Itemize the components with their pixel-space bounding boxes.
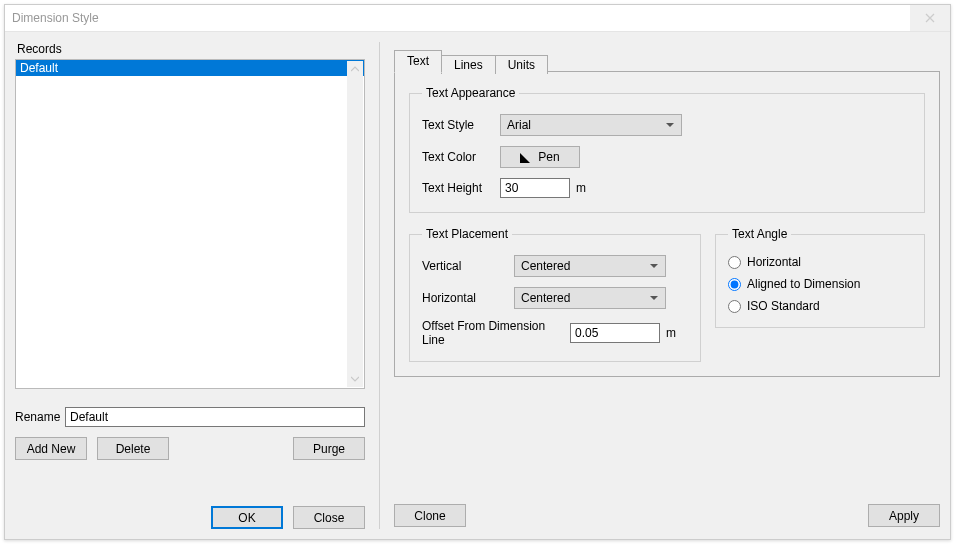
- tab-panel-text: Text Appearance Text Style Arial Text Co…: [394, 72, 940, 377]
- offset-unit: m: [666, 326, 676, 340]
- text-height-unit: m: [576, 181, 586, 195]
- vertical-select[interactable]: Centered: [514, 255, 666, 277]
- close-icon: [925, 13, 935, 23]
- dialog-actions-right: Clone Apply: [394, 492, 940, 529]
- angle-radio-iso[interactable]: [728, 300, 741, 313]
- pen-label: Pen: [538, 150, 559, 164]
- record-item[interactable]: Default: [16, 60, 364, 76]
- apply-button[interactable]: Apply: [868, 504, 940, 527]
- angle-option-iso[interactable]: ISO Standard: [728, 299, 912, 313]
- window-close-button[interactable]: [910, 5, 950, 31]
- left-buttons: Add New Delete Purge: [15, 437, 365, 460]
- text-placement-group: Text Placement Vertical Centered Horizon…: [409, 227, 701, 362]
- purge-button[interactable]: Purge: [293, 437, 365, 460]
- right-column: Text Lines Units Text Appearance Text St…: [379, 42, 940, 529]
- angle-option-aligned[interactable]: Aligned to Dimension: [728, 277, 912, 291]
- clone-button[interactable]: Clone: [394, 504, 466, 527]
- text-height-label: Text Height: [422, 181, 500, 195]
- rename-label: Rename: [15, 410, 65, 424]
- scrollbar[interactable]: [347, 61, 363, 387]
- tabs: Text Lines Units: [394, 50, 940, 72]
- angle-label-aligned: Aligned to Dimension: [747, 277, 860, 291]
- text-angle-group: Text Angle Horizontal Aligned to Dimensi…: [715, 227, 925, 328]
- angle-radio-horizontal[interactable]: [728, 256, 741, 269]
- ok-button[interactable]: OK: [211, 506, 283, 529]
- left-column: Records Default Rename: [15, 42, 365, 529]
- text-style-label: Text Style: [422, 118, 500, 132]
- scroll-up-icon[interactable]: [347, 61, 363, 77]
- rename-row: Rename: [15, 407, 365, 427]
- delete-button[interactable]: Delete: [97, 437, 169, 460]
- text-color-pen-button[interactable]: Pen: [500, 146, 580, 168]
- angle-option-horizontal[interactable]: Horizontal: [728, 255, 912, 269]
- angle-label-iso: ISO Standard: [747, 299, 820, 313]
- dialog-actions-left: OK Close: [15, 478, 365, 529]
- text-style-value: Arial: [507, 118, 531, 132]
- right-content: Text Lines Units Text Appearance Text St…: [394, 42, 940, 529]
- dimension-style-dialog: Dimension Style Records Default: [4, 4, 951, 540]
- pen-icon: [520, 153, 530, 163]
- dialog-body: Records Default Rename: [5, 32, 950, 539]
- text-color-label: Text Color: [422, 150, 500, 164]
- offset-label: Offset From Dimension Line: [422, 319, 570, 347]
- offset-input[interactable]: [570, 323, 660, 343]
- horizontal-label: Horizontal: [422, 291, 514, 305]
- tab-lines[interactable]: Lines: [441, 55, 496, 74]
- titlebar: Dimension Style: [5, 5, 950, 32]
- window-title: Dimension Style: [12, 11, 99, 25]
- text-style-select[interactable]: Arial: [500, 114, 682, 136]
- records-listbox[interactable]: Default: [15, 59, 365, 389]
- text-height-input[interactable]: [500, 178, 570, 198]
- text-angle-legend: Text Angle: [728, 227, 791, 241]
- scroll-down-icon[interactable]: [347, 371, 363, 387]
- horizontal-select[interactable]: Centered: [514, 287, 666, 309]
- vertical-label: Vertical: [422, 259, 514, 273]
- text-placement-legend: Text Placement: [422, 227, 512, 241]
- vertical-value: Centered: [521, 259, 570, 273]
- angle-label-horizontal: Horizontal: [747, 255, 801, 269]
- tab-units[interactable]: Units: [495, 55, 548, 74]
- tab-text[interactable]: Text: [394, 50, 442, 73]
- add-new-button[interactable]: Add New: [15, 437, 87, 460]
- horizontal-value: Centered: [521, 291, 570, 305]
- records-items: Default: [16, 60, 364, 388]
- angle-radio-aligned[interactable]: [728, 278, 741, 291]
- text-appearance-legend: Text Appearance: [422, 86, 519, 100]
- records-label: Records: [15, 42, 365, 56]
- rename-input[interactable]: [65, 407, 365, 427]
- close-button[interactable]: Close: [293, 506, 365, 529]
- placement-angle-row: Text Placement Vertical Centered Horizon…: [409, 227, 925, 362]
- text-appearance-group: Text Appearance Text Style Arial Text Co…: [409, 86, 925, 213]
